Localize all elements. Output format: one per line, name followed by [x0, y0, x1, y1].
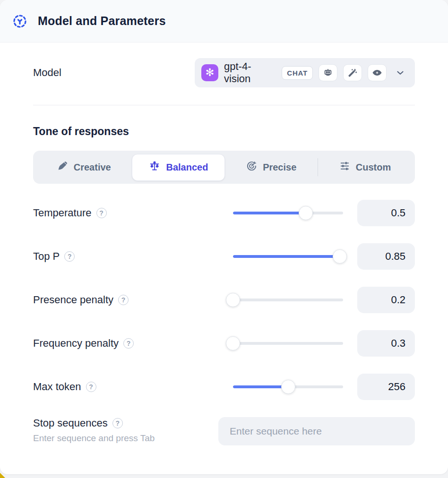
slider-thumb[interactable]	[333, 249, 347, 264]
tone-tabbar: Creative Balanced	[33, 151, 415, 184]
max-token-row: Max token? 256	[33, 374, 415, 400]
corner-accent	[0, 473, 5, 478]
help-icon[interactable]: ?	[86, 382, 96, 392]
top-p-value[interactable]: 0.85	[357, 243, 415, 270]
slider-thumb[interactable]	[281, 380, 295, 394]
openai-logo-icon: ✻	[201, 64, 218, 81]
model-hub-icon	[12, 14, 27, 29]
slider-thumb[interactable]	[226, 336, 240, 350]
tab-custom[interactable]: Custom	[327, 154, 403, 180]
help-icon[interactable]: ?	[96, 208, 107, 218]
temperature-value[interactable]: 0.5	[357, 200, 415, 226]
model-name: gpt-4-vision	[224, 60, 276, 85]
sliders-icon	[339, 161, 350, 174]
parameter-list: Temperature? 0.5 Top P? 0.85	[33, 200, 415, 445]
paintbrush-icon	[57, 161, 68, 174]
top-p-label: Top P	[33, 250, 60, 263]
max-token-slider[interactable]	[233, 380, 343, 394]
tab-creative-label: Creative	[74, 162, 111, 173]
stop-sequences-hint: Enter sequence and press Tab	[33, 433, 155, 444]
help-icon[interactable]: ?	[64, 251, 75, 262]
help-icon[interactable]: ?	[112, 418, 123, 428]
frequency-penalty-row: Frequency penalty? 0.3	[33, 330, 415, 357]
tab-precise[interactable]: Precise	[234, 154, 309, 180]
model-parameters-panel: Model and Parameters Model ✻ gpt-4-visio…	[0, 0, 448, 474]
vision-eye-icon	[368, 64, 387, 81]
chat-type-badge: CHAT	[282, 66, 313, 80]
help-icon[interactable]: ?	[118, 295, 129, 305]
tab-precise-label: Precise	[263, 162, 296, 173]
wand-sparkles-icon	[343, 64, 362, 81]
max-token-label: Max token	[33, 381, 81, 393]
presence-penalty-row: Presence penalty? 0.2	[33, 287, 415, 313]
tone-heading: Tone of responses	[33, 125, 415, 138]
presence-penalty-value[interactable]: 0.2	[357, 287, 415, 313]
slider-thumb[interactable]	[299, 206, 313, 220]
panel-header: Model and Parameters	[0, 0, 448, 43]
stop-sequence-input[interactable]	[218, 417, 415, 445]
frequency-penalty-value[interactable]: 0.3	[357, 330, 415, 357]
top-p-row: Top P? 0.85	[33, 243, 415, 270]
max-token-value[interactable]: 256	[357, 374, 415, 400]
frequency-penalty-label: Frequency penalty	[33, 337, 119, 350]
robot-icon	[319, 64, 337, 81]
top-p-slider[interactable]	[233, 249, 343, 264]
tab-creative[interactable]: Creative	[45, 154, 123, 180]
stop-sequences-label: Stop sequences	[33, 417, 108, 429]
section-divider	[33, 105, 415, 105]
temperature-label: Temperature	[33, 207, 92, 219]
slider-thumb[interactable]	[226, 293, 240, 307]
temperature-slider[interactable]	[233, 206, 343, 220]
panel-title: Model and Parameters	[38, 14, 166, 28]
tab-custom-label: Custom	[356, 162, 391, 173]
balance-scale-icon	[149, 161, 160, 174]
frequency-penalty-slider[interactable]	[233, 336, 343, 350]
tab-balanced[interactable]: Balanced	[132, 154, 225, 181]
temperature-row: Temperature? 0.5	[33, 200, 415, 226]
tab-separator	[318, 158, 318, 176]
stop-sequences-row: Stop sequences? Enter sequence and press…	[33, 417, 415, 445]
model-row: Model ✻ gpt-4-vision CHAT	[33, 58, 415, 87]
help-icon[interactable]: ?	[123, 338, 134, 349]
presence-penalty-slider[interactable]	[233, 293, 343, 307]
target-arrow-icon	[246, 161, 257, 174]
presence-penalty-label: Presence penalty	[33, 294, 113, 306]
chevron-down-icon	[395, 68, 405, 78]
model-label: Model	[33, 67, 61, 79]
model-select[interactable]: ✻ gpt-4-vision CHAT	[195, 58, 415, 87]
tab-balanced-label: Balanced	[166, 162, 208, 173]
